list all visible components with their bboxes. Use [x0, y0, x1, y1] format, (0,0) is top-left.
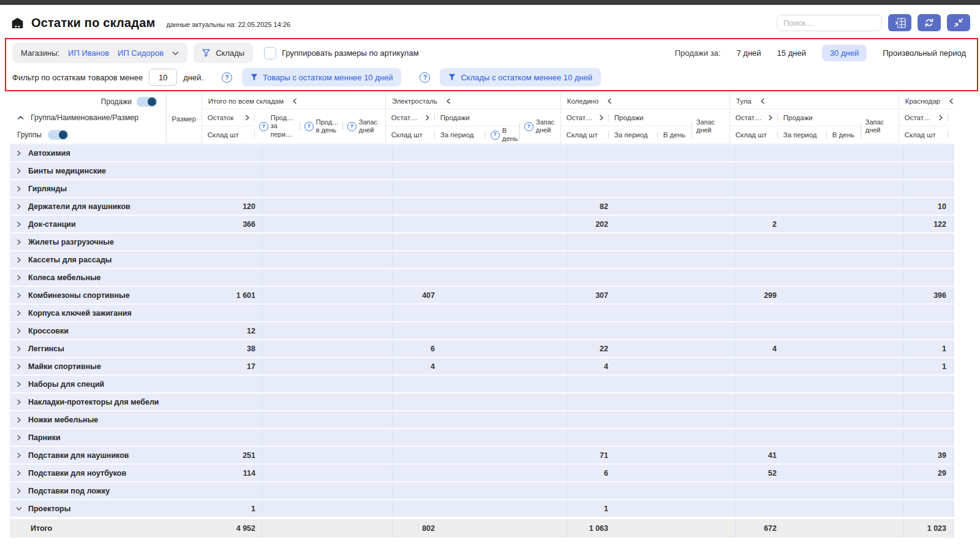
chevron-right-icon[interactable]	[16, 435, 22, 441]
table-row[interactable]: Кассеты для рассады	[10, 251, 954, 269]
chevron-right-icon[interactable]	[16, 364, 22, 370]
chevron-right-icon[interactable]	[16, 239, 22, 245]
help-icon[interactable]	[259, 122, 268, 131]
group-name-cell[interactable]: Подставки для ноутбуков	[10, 465, 172, 481]
expand-stock-icon[interactable]	[598, 115, 605, 121]
table-row[interactable]: Леггинсы3862241	[10, 340, 954, 358]
shop-link-ivanov[interactable]: ИП Иванов	[68, 48, 109, 58]
table-row[interactable]: Подставки для ноутбуков11465229	[10, 465, 954, 482]
table-row[interactable]: Бинты медицинские	[10, 162, 954, 180]
period-custom[interactable]: Произвольный период	[883, 48, 966, 58]
warehouses-low-stock-button[interactable]: Склады с остатком меннее 10 дней	[440, 68, 601, 86]
help-icon[interactable]	[304, 122, 314, 131]
group-name-cell[interactable]: Комбинезоны спортивные	[10, 287, 172, 303]
group-name-cell[interactable]: Подставки для наушников	[10, 447, 172, 463]
chevron-right-icon[interactable]	[16, 168, 22, 174]
chevron-down-icon[interactable]	[172, 51, 179, 56]
collapse-section-icon[interactable]	[445, 98, 451, 104]
help-icon[interactable]	[524, 122, 533, 131]
group-name-cell[interactable]: Ножки мебельные	[10, 411, 172, 428]
table-row[interactable]: Майки спортивные17441	[10, 358, 954, 376]
table-row[interactable]: Гирлянды	[10, 180, 954, 198]
group-name-cell[interactable]: Колеса мебельные	[10, 269, 172, 286]
chevron-right-icon[interactable]	[16, 292, 22, 299]
chevron-right-icon[interactable]	[16, 310, 22, 316]
table-row[interactable]: Автохимия	[10, 145, 954, 162]
table-row[interactable]: Корпуса ключей зажигания	[10, 305, 954, 322]
group-name-cell[interactable]: Подставки под ложку	[10, 482, 172, 499]
chevron-right-icon[interactable]	[16, 150, 22, 156]
refresh-button[interactable]	[918, 14, 941, 31]
table-row[interactable]: Подставки под ложку	[10, 482, 954, 500]
help-icon[interactable]	[347, 122, 356, 131]
chevron-down-icon[interactable]	[16, 506, 22, 512]
table-row[interactable]: Кроссовки12	[10, 322, 954, 340]
group-name-cell[interactable]: Леггинсы	[10, 340, 172, 357]
help-icon[interactable]	[420, 72, 430, 83]
chevron-right-icon[interactable]	[16, 381, 22, 387]
group-sizes-checkbox[interactable]	[264, 47, 276, 59]
chevron-up-icon[interactable]	[17, 115, 24, 120]
shops-selector[interactable]: Магазины: ИП Иванов ИП Сидоров	[12, 43, 187, 63]
group-name-cell[interactable]: Держатели для наушников	[10, 198, 172, 215]
collapse-section-icon[interactable]	[606, 98, 612, 104]
table-row[interactable]: Комбинезоны спортивные1 601407307299396	[10, 287, 954, 305]
table-row[interactable]: Проекторы11	[10, 500, 954, 518]
table-row[interactable]: Парники	[10, 429, 954, 447]
collapse-section-icon[interactable]	[948, 98, 954, 104]
stock-days-input[interactable]	[149, 69, 177, 86]
help-icon[interactable]	[491, 131, 500, 140]
group-name-cell[interactable]: Накладки-протекторы для мебели	[10, 394, 172, 410]
chevron-right-icon[interactable]	[16, 257, 22, 263]
warehouses-filter-button[interactable]: Склады	[194, 43, 253, 63]
table-row[interactable]: Жилеты разгрузочные	[10, 234, 954, 251]
period-15-days[interactable]: 15 дней	[777, 48, 806, 58]
table-row[interactable]: Накладки-протекторы для мебели	[10, 394, 954, 411]
group-name-cell[interactable]: Майки спортивные	[10, 358, 172, 375]
chevron-right-icon[interactable]	[16, 399, 22, 405]
chevron-right-icon[interactable]	[16, 346, 22, 352]
groups-toggle[interactable]	[48, 130, 69, 140]
shop-link-sidorov[interactable]: ИП Сидоров	[118, 48, 164, 58]
group-name-cell[interactable]: Проекторы	[10, 500, 172, 517]
period-30-days[interactable]: 30 дней	[822, 45, 867, 61]
table-row[interactable]: Колеса мебельные	[10, 269, 954, 287]
group-name-cell[interactable]: Наборы для специй	[10, 376, 172, 392]
table-row[interactable]: Док-станции3662022122	[10, 216, 954, 234]
group-name-cell[interactable]: Парники	[10, 429, 172, 446]
table-row[interactable]: Наборы для специй	[10, 376, 954, 394]
chevron-right-icon[interactable]	[16, 488, 22, 494]
group-name-cell[interactable]: Корпуса ключей зажигания	[10, 305, 172, 321]
table-row[interactable]: Подставки для наушников251714139	[10, 447, 954, 465]
collapse-view-button[interactable]	[947, 14, 970, 31]
expand-stock-icon[interactable]	[938, 115, 944, 121]
group-name-cell[interactable]: Док-станции	[10, 216, 172, 232]
chevron-right-icon[interactable]	[16, 204, 22, 210]
chevron-right-icon[interactable]	[16, 417, 22, 423]
chevron-right-icon[interactable]	[16, 221, 22, 227]
expand-stock-icon[interactable]	[244, 115, 251, 121]
help-icon[interactable]	[222, 72, 232, 83]
chevron-right-icon[interactable]	[16, 186, 22, 192]
sales-toggle[interactable]	[137, 97, 157, 107]
group-name-cell[interactable]: Бинты медицинские	[10, 162, 172, 179]
chevron-right-icon[interactable]	[16, 328, 22, 334]
collapse-section-icon[interactable]	[292, 98, 298, 104]
group-name-cell[interactable]: Жилеты разгрузочные	[10, 234, 172, 250]
chevron-right-icon[interactable]	[16, 470, 22, 476]
group-name-cell[interactable]: Кроссовки	[10, 322, 172, 339]
chevron-right-icon[interactable]	[16, 275, 22, 281]
period-7-days[interactable]: 7 дней	[736, 48, 761, 58]
expand-stock-icon[interactable]	[767, 115, 774, 121]
excel-export-button[interactable]: x	[888, 14, 911, 31]
expand-stock-icon[interactable]	[424, 115, 431, 121]
collapse-section-icon[interactable]	[760, 98, 766, 104]
chevron-right-icon[interactable]	[16, 452, 22, 459]
group-name-cell[interactable]: Автохимия	[10, 145, 172, 161]
group-name-cell[interactable]: Гирлянды	[10, 180, 172, 197]
table-row[interactable]: Ножки мебельные	[10, 411, 954, 429]
group-name-cell[interactable]: Кассеты для рассады	[10, 251, 172, 268]
search-input[interactable]	[777, 15, 882, 31]
products-low-stock-button[interactable]: Товары с остатком меннее 10 дней	[242, 68, 401, 86]
table-row[interactable]: Держатели для наушников1208210	[10, 198, 954, 216]
